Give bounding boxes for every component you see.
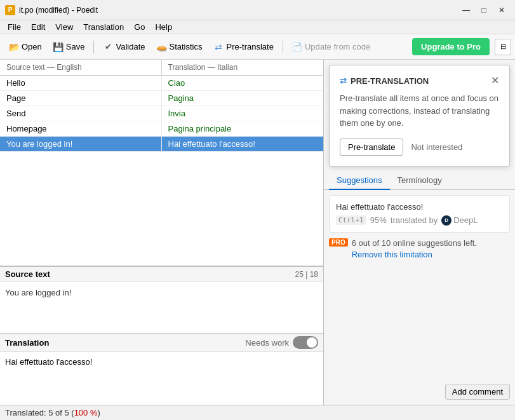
update-icon: 📄 — [292, 42, 302, 52]
translation-cell: Pagina principale — [162, 121, 324, 136]
translation-cell: Hai effettuato l'accesso! — [162, 137, 324, 151]
menu-translation[interactable]: Translation — [78, 21, 129, 33]
menu-help[interactable]: Help — [150, 21, 177, 33]
pretranslate-icon: ⇄ — [213, 42, 224, 52]
update-label: Update from code — [305, 42, 370, 51]
translation-input[interactable]: Hai effettuato l'accesso! — [0, 352, 323, 403]
title-bar-text: it.po (modified) - Poedit — [19, 6, 458, 15]
suggestion-text: Hai effettuato l'accesso! — [336, 202, 503, 212]
pretranslate-button[interactable]: Pre-translate — [340, 139, 403, 156]
tab-suggestions[interactable]: Suggestions — [329, 172, 390, 190]
translation-table: Source text — English Translation — Ital… — [0, 60, 323, 266]
close-button[interactable]: ✕ — [493, 4, 510, 17]
status-text: Translated: 5 of 5 (100 %) — [5, 408, 100, 417]
menu-view[interactable]: View — [50, 21, 78, 33]
toggle-knob — [307, 337, 317, 348]
table-row-selected[interactable]: You are logged in! Hai effettuato l'acce… — [0, 137, 323, 152]
menu-bar: File Edit View Translation Go Help — [0, 20, 515, 34]
save-button[interactable]: 💾 Save — [48, 37, 90, 57]
source-col-header: Source text — English — [0, 60, 162, 75]
right-panel: ⇄ PRE-TRANSLATION ✕ Pre-translate all it… — [324, 60, 515, 405]
table-row[interactable]: Page Pagina — [0, 91, 323, 106]
translated-percentage: 100 % — [74, 408, 98, 417]
statistics-icon: 🥧 — [156, 42, 166, 52]
deepl-label: DeepL — [453, 215, 478, 225]
table-row[interactable]: Homepage Pagina principale — [0, 121, 323, 137]
app-icon: P — [5, 5, 15, 15]
statistics-button[interactable]: 🥧 Statistics — [151, 37, 207, 57]
suggestion-translated-by: translated by — [391, 215, 438, 225]
not-interested-button[interactable]: Not interested — [411, 142, 462, 152]
deepl-badge: D DeepL — [441, 215, 478, 226]
right-tabs: Suggestions Terminology — [324, 172, 515, 190]
needs-work-toggle-area: Needs work — [245, 336, 318, 349]
layout-icon: ⊟ — [500, 43, 506, 51]
table-header: Source text — English Translation — Ital… — [0, 60, 323, 76]
translate-popup-icon: ⇄ — [340, 76, 347, 86]
update-button[interactable]: 📄 Update from code — [287, 37, 375, 57]
open-label: Open — [22, 42, 42, 51]
table-row[interactable]: Send Invia — [0, 106, 323, 121]
source-text-counter: 25 | 18 — [295, 270, 318, 279]
add-comment-button[interactable]: Add comment — [445, 384, 510, 400]
source-cell: Page — [0, 91, 162, 105]
popup-actions: Pre-translate Not interested — [340, 139, 499, 156]
popup-title: ⇄ PRE-TRANSLATION — [340, 76, 429, 86]
maximize-button[interactable]: □ — [476, 4, 492, 17]
menu-edit[interactable]: Edit — [26, 21, 50, 33]
deepl-logo: D — [441, 215, 451, 226]
suggestion-shortcut: Ctrl+1 — [336, 215, 366, 225]
pretranslate-toolbar-label: Pre-translate — [226, 42, 273, 51]
suggestion-confidence: 95% — [370, 215, 387, 225]
menu-go[interactable]: Go — [129, 21, 150, 33]
table-row[interactable]: Hello Ciao — [0, 76, 323, 91]
menu-file[interactable]: File — [3, 21, 26, 33]
left-panel: Source text — English Translation — Ital… — [0, 60, 324, 405]
source-cell: You are logged in! — [0, 137, 162, 151]
needs-work-toggle[interactable] — [293, 336, 318, 349]
suggestion-card[interactable]: Hai effettuato l'accesso! Ctrl+1 95% tra… — [329, 195, 510, 233]
layout-button[interactable]: ⊟ — [495, 39, 511, 55]
translation-input-header: Translation Needs work — [0, 334, 323, 352]
pretranslate-toolbar-button[interactable]: ⇄ Pre-translate — [208, 37, 278, 57]
toolbar-separator-2 — [283, 41, 283, 53]
validate-button[interactable]: ✔ Validate — [98, 37, 150, 57]
popup-body: Pre-translate all items at once and focu… — [340, 92, 499, 130]
pretranslation-popup: ⇄ PRE-TRANSLATION ✕ Pre-translate all it… — [329, 65, 510, 166]
suggestion-meta: Ctrl+1 95% translated by D DeepL — [336, 215, 503, 226]
upgrade-button[interactable]: Upgrade to Pro — [412, 38, 490, 55]
translation-cell: Pagina — [162, 91, 324, 105]
source-cell: Homepage — [0, 121, 162, 136]
validate-icon: ✔ — [103, 42, 113, 52]
translation-input-panel: Translation Needs work Hai effettuato l'… — [0, 333, 323, 405]
source-cell: Send — [0, 106, 162, 121]
source-cell: Hello — [0, 76, 162, 90]
title-bar: P it.po (modified) - Poedit — □ ✕ — [0, 0, 515, 20]
source-text-label: Source text — [5, 269, 50, 279]
source-text-panel: Source text 25 | 18 You are logged in! — [0, 266, 323, 333]
open-icon: 📂 — [9, 42, 19, 52]
pro-text: 6 out of 10 online suggestions left. Rem… — [352, 238, 477, 261]
popup-header: ⇄ PRE-TRANSLATION ✕ — [340, 76, 499, 86]
statistics-label: Statistics — [169, 42, 202, 51]
translation-label: Translation — [5, 338, 49, 348]
source-text-content: You are logged in! — [0, 282, 323, 333]
pro-text-content: 6 out of 10 online suggestions left. — [352, 238, 477, 248]
main-content: Source text — English Translation — Ital… — [0, 60, 515, 405]
translation-cell: Invia — [162, 106, 324, 121]
toolbar: 📂 Open 💾 Save ✔ Validate 🥧 Statistics ⇄ … — [0, 34, 515, 60]
translation-cell: Ciao — [162, 76, 324, 90]
save-icon: 💾 — [53, 42, 64, 52]
open-button[interactable]: 📂 Open — [4, 37, 47, 57]
tab-terminology[interactable]: Terminology — [390, 172, 450, 190]
translation-col-header: Translation — Italian — [162, 60, 324, 75]
minimize-button[interactable]: — — [458, 4, 474, 17]
popup-close-button[interactable]: ✕ — [491, 76, 499, 86]
validate-label: Validate — [116, 42, 145, 51]
pro-section: PRO 6 out of 10 online suggestions left.… — [329, 238, 510, 261]
source-text-header: Source text 25 | 18 — [0, 267, 323, 282]
needs-work-label: Needs work — [245, 338, 289, 348]
status-bar: Translated: 5 of 5 (100 %) — [0, 405, 515, 420]
save-label: Save — [66, 42, 85, 51]
remove-limit-link[interactable]: Remove this limitation — [352, 250, 432, 259]
